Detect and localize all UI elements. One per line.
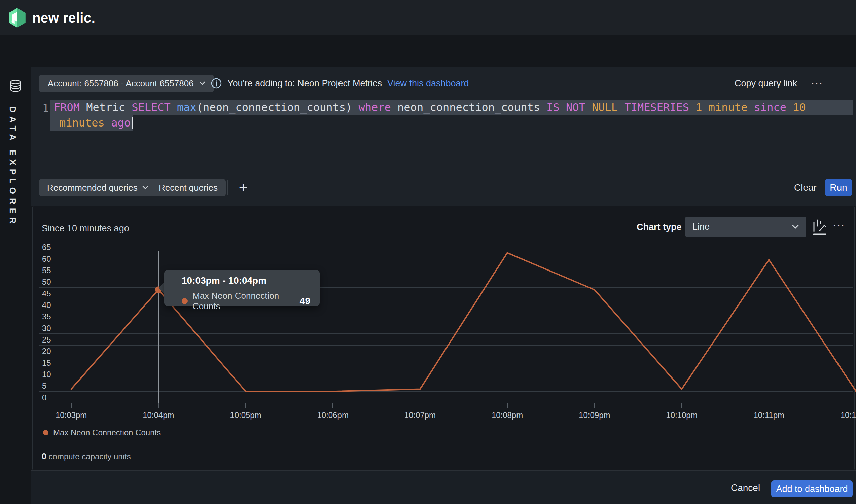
capacity-value: 0 [42,451,47,461]
y-axis-label: 60 [42,254,51,264]
query-line-number: 1 [42,102,49,114]
legend-color-dot [43,430,49,435]
y-axis-label: 15 [42,358,51,367]
query-line: minutes ago [51,115,132,130]
x-axis-label: 10:12pm [840,411,856,419]
query-token: minute [709,101,748,114]
y-axis-label: 5 [42,381,47,390]
recent-queries-label: Recent queries [159,183,218,193]
new-relic-logo-icon [8,7,26,28]
query-token: Metric [86,101,125,114]
x-axis-label: 10:06pm [317,411,348,419]
view-dashboard-link[interactable]: View this dashboard [387,78,469,89]
capacity-footnote: 0 compute capacity units [42,451,131,461]
query-token: NULL [592,101,618,114]
x-axis-label: 10:07pm [405,411,436,419]
adding-to-text: You're adding to: Neon Project Metrics [228,78,382,89]
query-token: neon_connection_counts [397,101,540,114]
add-to-dashboard-button[interactable]: Add to dashboard [771,481,853,497]
account-selector[interactable]: Account: 6557806 - Account 6557806 [39,75,214,92]
plus-icon: + [239,178,248,197]
top-nav: new relic. [0,0,856,35]
x-axis-label: 10:11pm [753,411,784,419]
nrql-query-editor[interactable]: FROM Metric SELECT max(neon_connection_c… [51,100,853,130]
x-axis-label: 10:05pm [230,411,261,419]
line-chart[interactable]: 0510152025303540455055606510:03pm10:04pm… [31,211,856,427]
y-axis-label: 45 [42,289,51,298]
recommended-queries-label: Recommended queries [47,183,138,193]
tooltip-series-row: Max Neon Connection Counts 49 [182,291,310,311]
data-explorer-label: DATA EXPLORER [7,106,18,228]
x-axis-label: 10:03pm [55,411,87,419]
y-axis-label: 0 [42,393,47,402]
query-token: TIMESERIES [624,101,689,114]
x-axis-label: 10:08pm [492,411,523,419]
query-token: minutes [59,116,105,129]
cancel-button[interactable]: Cancel [731,479,760,497]
clear-button[interactable]: Clear [794,179,817,197]
info-icon [211,78,222,89]
query-line: FROM Metric SELECT max(neon_connection_c… [51,100,853,115]
y-axis-label: 50 [42,277,51,286]
adding-to-row: You're adding to: Neon Project Metrics V… [211,75,469,92]
x-axis-label: 10:04pm [143,411,174,419]
y-axis-label: 20 [42,346,51,356]
query-token: where [358,101,391,114]
brand-name: new relic. [32,11,95,25]
x-axis-label: 10:10pm [666,411,697,419]
data-explorer-button[interactable] [8,79,23,93]
y-axis-label: 30 [42,324,51,333]
recommended-queries-button[interactable]: Recommended queries [39,179,157,197]
query-token: IS [547,101,559,114]
account-selector-value: Account: 6557806 - Account 6557806 [48,78,194,89]
run-button[interactable]: Run [825,179,852,197]
chart-legend[interactable]: Max Neon Connection Counts [43,428,161,437]
text-caret [131,117,132,128]
tooltip-series-name: Max Neon Connection Counts [193,291,295,311]
y-axis-label: 25 [42,335,51,344]
query-header-actions: Copy query link ⋯ [734,75,824,92]
y-axis-label: 65 [42,242,51,252]
x-axis-label: 10:09pm [579,411,610,419]
query-token: FROM [54,101,80,114]
tooltip-time-range: 10:03pm - 10:04pm [182,275,267,286]
y-axis-label: 40 [42,301,51,309]
new-relic-logo[interactable]: new relic. [8,7,95,28]
y-axis-label: 35 [42,312,51,321]
divider [228,180,228,195]
chevron-down-icon [199,82,205,86]
tooltip-series-value: 49 [300,296,310,306]
add-query-button[interactable]: + [235,180,251,195]
query-token: max [177,101,196,114]
query-token: 10 [793,101,806,114]
legend-series-name: Max Neon Connection Counts [53,428,161,437]
chart-tooltip: 10:03pm - 10:04pm Max Neon Connection Co… [164,270,320,306]
copy-query-link-button[interactable]: Copy query link [734,78,797,89]
y-axis-label: 55 [42,266,51,275]
query-token: since [754,101,786,114]
query-token: 1 [696,101,702,114]
more-options-icon[interactable]: ⋯ [810,77,824,90]
chevron-down-icon [142,186,148,190]
new-relic-window: new relic. Add a widget × Add a widget [0,0,856,504]
query-token: NOT [566,101,586,114]
query-token: (neon_connection_counts) [196,101,352,114]
series-color-dot [182,298,188,304]
database-icon [8,79,23,93]
query-token: SELECT [131,101,171,114]
capacity-text: compute capacity units [49,452,131,461]
tab-bar: Add a widget × Add a widget × + [0,35,856,67]
y-axis-label: 10 [42,370,51,379]
recent-queries-button[interactable]: Recent queries [151,179,226,197]
query-token: ago [111,116,130,129]
